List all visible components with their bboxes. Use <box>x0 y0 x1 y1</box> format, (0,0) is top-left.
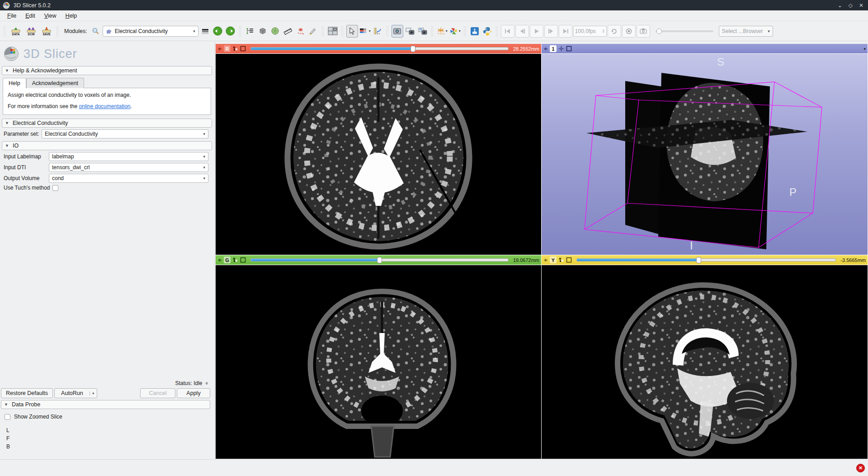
cancel-button[interactable]: Cancel <box>140 388 175 398</box>
autorun-button[interactable]: AutoRun ▾ <box>54 388 97 398</box>
mouse-interaction-button[interactable] <box>346 25 358 38</box>
module-selector-value: Electrical Conductivity <box>115 28 168 34</box>
error-log-button[interactable]: ✕ <box>856 464 865 472</box>
show-zoomed-slice-checkbox[interactable] <box>5 414 10 420</box>
sequence-browser-selector[interactable]: Select ...Browser ▾ <box>719 26 773 37</box>
module-selector[interactable]: Electrical Conductivity ▾ <box>103 26 198 37</box>
chevron-down-icon: ▾ <box>446 29 448 33</box>
toolbar-grip[interactable] <box>386 26 389 37</box>
toolbar-grip[interactable] <box>321 26 325 37</box>
toolbar-grip[interactable] <box>463 26 467 37</box>
toolbar-grip[interactable] <box>56 26 59 37</box>
crosshair-button[interactable] <box>372 25 384 38</box>
save-button[interactable]: SAVE <box>39 25 54 38</box>
seq-record-button[interactable] <box>622 25 636 38</box>
data-label: DATA <box>12 33 19 36</box>
module-section-header[interactable]: ▼ Electrical Conductivity <box>2 119 212 128</box>
link-views-icon[interactable] <box>232 257 238 263</box>
place-fiducial-button[interactable]: ▾ <box>436 25 448 38</box>
seq-prev-frame-button[interactable] <box>515 25 529 38</box>
maximize-view-icon[interactable] <box>240 46 246 52</box>
yellow-slice-slider[interactable] <box>576 258 836 262</box>
help-section-header[interactable]: ▼ Help & Acknowledgement <box>2 66 212 75</box>
sequence-slider[interactable] <box>656 30 713 32</box>
favorite-modules-button[interactable]: ▾ <box>449 25 461 38</box>
menu-edit[interactable]: Edit <box>22 11 39 20</box>
models-button[interactable] <box>269 25 281 38</box>
tab-acknowledgement[interactable]: Acknowledgement <box>26 78 84 88</box>
green-slice-view[interactable] <box>216 265 541 459</box>
measurements-button[interactable] <box>282 25 294 38</box>
pin-icon[interactable] <box>217 47 222 51</box>
toolbar-grip[interactable] <box>495 26 499 37</box>
fps-spinbox[interactable]: 100.0fps ▲▼ <box>573 26 607 37</box>
module-forward-button[interactable] <box>225 25 236 38</box>
volume-rendering-button[interactable] <box>257 25 269 38</box>
view-menu-chevron-icon[interactable]: ▾ <box>863 47 866 51</box>
sequence-slider-handle[interactable] <box>656 29 662 34</box>
link-views-icon[interactable] <box>232 46 238 52</box>
toolbar-grip[interactable] <box>341 26 344 37</box>
tuch-method-checkbox[interactable] <box>52 185 58 191</box>
seq-snapshot-button[interactable] <box>637 25 650 38</box>
toolbar-grip[interactable] <box>239 26 242 37</box>
link-views-icon[interactable] <box>558 257 564 263</box>
center-view-icon[interactable] <box>558 46 564 52</box>
window-level-button[interactable]: ▾ <box>359 25 371 38</box>
pin-icon[interactable] <box>217 258 222 262</box>
data-probe-header[interactable]: ▼ Data Probe <box>1 400 210 409</box>
python-console-button[interactable] <box>481 25 493 38</box>
seq-last-frame-button[interactable] <box>559 25 572 38</box>
seq-loop-button[interactable] <box>608 25 621 38</box>
module-search-button[interactable] <box>90 25 102 38</box>
scene-view-add-button[interactable] <box>417 25 429 38</box>
apply-button[interactable]: Apply <box>177 388 210 398</box>
parameter-set-selector[interactable]: Electrical Conductivity ▾ <box>42 129 208 138</box>
module-finder-button[interactable] <box>244 25 256 38</box>
io-section-header[interactable]: ▼ IO <box>2 141 212 150</box>
online-documentation-link[interactable]: online documentation <box>79 103 130 109</box>
collapse-triangle-icon: ▼ <box>5 143 9 148</box>
tab-help[interactable]: Help <box>3 78 26 88</box>
output-volume-selector[interactable]: cond ▾ <box>49 174 208 183</box>
module-back-button[interactable] <box>212 25 224 38</box>
menu-file[interactable]: File <box>4 11 20 20</box>
load-data-button[interactable]: DATA <box>9 25 23 38</box>
yellow-slice-view[interactable] <box>542 265 868 459</box>
close-icon[interactable]: ✕ <box>859 2 863 9</box>
transforms-button[interactable] <box>307 25 319 38</box>
fiducial-star-icon <box>437 27 445 35</box>
autorun-dropdown[interactable]: ▾ <box>90 391 97 395</box>
status-collapse-icon[interactable]: » <box>204 382 210 385</box>
threed-view[interactable]: S P I <box>542 54 868 255</box>
spin-arrows-icon[interactable]: ▲▼ <box>602 29 605 33</box>
module-history-button[interactable] <box>199 25 211 38</box>
scene-view-button[interactable] <box>404 25 416 38</box>
menu-help[interactable]: Help <box>62 11 81 20</box>
restore-defaults-button[interactable]: Restore Defaults <box>1 388 53 398</box>
maximize-view-icon[interactable] <box>566 257 572 263</box>
maximize-icon[interactable]: ◇ <box>849 2 853 9</box>
menu-view[interactable]: View <box>41 11 60 20</box>
red-slice-view[interactable] <box>216 54 541 255</box>
scene-view-add-camera-icon <box>418 28 427 35</box>
input-dti-selector[interactable]: tensors_dwi_crl ▾ <box>49 163 208 172</box>
input-labelmap-selector[interactable]: labelmap ▾ <box>49 152 208 161</box>
red-slice-slider[interactable] <box>250 47 509 50</box>
extensions-manager-button[interactable] <box>469 25 481 38</box>
minimize-icon[interactable]: ⌄ <box>838 2 842 9</box>
seq-first-frame-button[interactable] <box>501 25 514 38</box>
pin-icon[interactable] <box>543 47 548 51</box>
maximize-view-icon[interactable] <box>240 257 246 263</box>
toolbar-grip[interactable] <box>431 26 434 37</box>
screenshot-button[interactable] <box>392 25 403 38</box>
seq-next-frame-button[interactable] <box>544 25 558 38</box>
layout-selector-button[interactable] <box>327 25 339 38</box>
load-dicom-button[interactable]: DCM <box>24 25 38 38</box>
markups-button[interactable] <box>295 25 307 38</box>
green-slice-slider[interactable] <box>250 258 509 262</box>
maximize-view-icon[interactable] <box>566 46 572 52</box>
toolbar-grip[interactable] <box>3 26 6 37</box>
seq-play-button[interactable] <box>530 25 543 38</box>
pin-icon[interactable] <box>543 258 548 262</box>
